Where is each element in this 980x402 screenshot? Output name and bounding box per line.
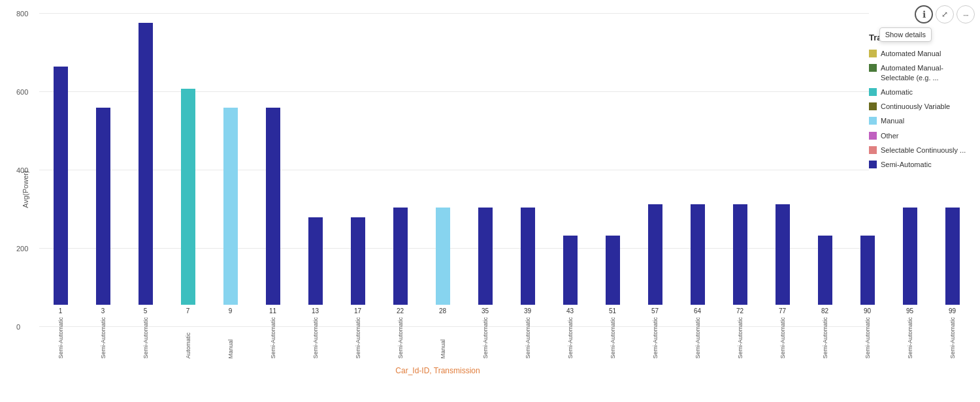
- bar-group: 5Semi-Automatic: [124, 13, 167, 326]
- bar-id-label: 1: [59, 307, 63, 315]
- bar-group: 77Semi-Automatic: [761, 13, 804, 326]
- bar[interactable]: [818, 236, 832, 305]
- bar[interactable]: [776, 204, 790, 305]
- bar-id-label: 95: [906, 307, 913, 315]
- bar[interactable]: [393, 208, 408, 305]
- legend-item[interactable]: Continuously Variable: [869, 102, 973, 111]
- bars-area: 1Semi-Automatic3Semi-Automatic5Semi-Auto…: [39, 13, 869, 326]
- bar-id-label: 39: [524, 307, 531, 315]
- bar-id-label: 72: [736, 307, 743, 315]
- chart-area: 0200400600800 1Semi-Automatic3Semi-Autom…: [39, 13, 869, 326]
- legend-item[interactable]: Semi-Automatic: [869, 160, 973, 169]
- bar-id-label: 82: [821, 307, 828, 315]
- bar-transmission-label: Semi-Automatic: [949, 317, 956, 359]
- bar-id-label: 64: [694, 307, 701, 315]
- bar-transmission-label: Automatic: [185, 317, 191, 359]
- expand-icon: ⤢: [941, 10, 948, 19]
- bar-transmission-label: Semi-Automatic: [57, 317, 64, 359]
- bar[interactable]: [308, 217, 323, 305]
- bar-transmission-label: Semi-Automatic: [694, 317, 701, 359]
- bar[interactable]: [436, 208, 450, 305]
- bar-transmission-label: Semi-Automatic: [567, 317, 574, 359]
- bar-group: 28Manual: [421, 13, 464, 326]
- bar-group: 22Semi-Automatic: [379, 13, 421, 326]
- bar-group: 13Semi-Automatic: [294, 13, 336, 326]
- bar-id-label: 90: [864, 307, 871, 315]
- x-axis-label: Car_Id-ID, Transmission: [395, 366, 480, 375]
- bar[interactable]: [96, 108, 110, 305]
- bar-id-label: 13: [312, 307, 319, 315]
- bar-id-label: 99: [949, 307, 956, 315]
- info-icon: ℹ: [923, 9, 926, 20]
- bar-id-label: 35: [482, 307, 489, 315]
- bar[interactable]: [733, 204, 747, 305]
- legend-color-swatch: [869, 50, 877, 57]
- bar[interactable]: [860, 236, 875, 305]
- bar[interactable]: [266, 108, 280, 305]
- bar-group: 82Semi-Automatic: [804, 13, 846, 326]
- bar-transmission-label: Manual: [227, 317, 234, 359]
- bar-group: 64Semi-Automatic: [676, 13, 719, 326]
- bar[interactable]: [478, 208, 493, 305]
- bar[interactable]: [903, 208, 917, 305]
- legend: Transmission Automated ManualAutomated M…: [869, 33, 973, 175]
- legend-item[interactable]: Selectable Continuously ...: [869, 146, 973, 155]
- bar-group: 9Manual: [209, 13, 252, 326]
- legend-item-label: Continuously Variable: [881, 102, 950, 111]
- bar-id-label: 22: [397, 307, 404, 315]
- bar-transmission-label: Semi-Automatic: [907, 317, 913, 359]
- legend-item[interactable]: Automatic: [869, 87, 973, 97]
- bar-transmission-label: Semi-Automatic: [142, 317, 149, 359]
- bar[interactable]: [563, 236, 578, 305]
- bar[interactable]: [181, 89, 195, 305]
- legend-item[interactable]: Automated Manual: [869, 49, 973, 58]
- bar-id-label: 77: [779, 307, 786, 315]
- y-tick-label: 600: [16, 88, 28, 96]
- bar-group: 43Semi-Automatic: [549, 13, 591, 326]
- bar[interactable]: [648, 204, 662, 305]
- bar-group: 39Semi-Automatic: [506, 13, 549, 326]
- legend-color-swatch: [869, 117, 877, 125]
- gridline: 0: [39, 326, 869, 327]
- bar-group: 3Semi-Automatic: [82, 13, 124, 326]
- bar-id-label: 51: [609, 307, 616, 315]
- legend-color-swatch: [869, 146, 877, 154]
- legend-item-label: Selectable Continuously ...: [881, 146, 966, 155]
- legend-item[interactable]: Automated Manual- Selectable (e.g. ...: [869, 63, 973, 82]
- bar-id-label: 28: [439, 307, 446, 315]
- bar[interactable]: [139, 23, 153, 305]
- bar-transmission-label: Semi-Automatic: [100, 317, 106, 359]
- bar[interactable]: [521, 208, 535, 305]
- top-icons: ℹ ☞ Show details ⤢ ···: [915, 5, 975, 23]
- bar[interactable]: [54, 67, 68, 305]
- legend-item-label: Semi-Automatic: [881, 160, 932, 169]
- bar-transmission-label: Semi-Automatic: [864, 317, 871, 359]
- more-button[interactable]: ···: [956, 5, 975, 23]
- bar-transmission-label: Semi-Automatic: [482, 317, 489, 359]
- bar[interactable]: [351, 217, 365, 305]
- legend-color-swatch: [869, 132, 877, 140]
- bar-transmission-label: Manual: [440, 317, 446, 359]
- bar-id-label: 43: [566, 307, 574, 315]
- bar-group: 103Semi-Automatic: [973, 13, 980, 326]
- bar-group: 1Semi-Automatic: [39, 13, 82, 326]
- y-tick-label: 800: [16, 10, 28, 18]
- bar-group: 51Semi-Automatic: [591, 13, 634, 326]
- legend-item[interactable]: Other: [869, 131, 973, 140]
- bar[interactable]: [691, 204, 705, 305]
- legend-item[interactable]: Manual: [869, 116, 973, 125]
- bar[interactable]: [223, 108, 238, 305]
- legend-color-swatch: [869, 64, 877, 72]
- bar[interactable]: [606, 236, 620, 305]
- bar-transmission-label: Semi-Automatic: [270, 317, 276, 359]
- legend-item-label: Automated Manual- Selectable (e.g. ...: [881, 63, 973, 82]
- more-icon: ···: [963, 10, 968, 20]
- bar[interactable]: [945, 208, 960, 305]
- bar-id-label: 9: [229, 307, 233, 315]
- bar-group: 7Automatic: [167, 13, 209, 326]
- bar-transmission-label: Semi-Automatic: [525, 317, 531, 359]
- bar-id-label: 57: [651, 307, 659, 315]
- info-button[interactable]: ℹ ☞ Show details: [915, 5, 933, 23]
- legend-color-swatch: [869, 161, 877, 168]
- expand-button[interactable]: ⤢: [936, 5, 954, 23]
